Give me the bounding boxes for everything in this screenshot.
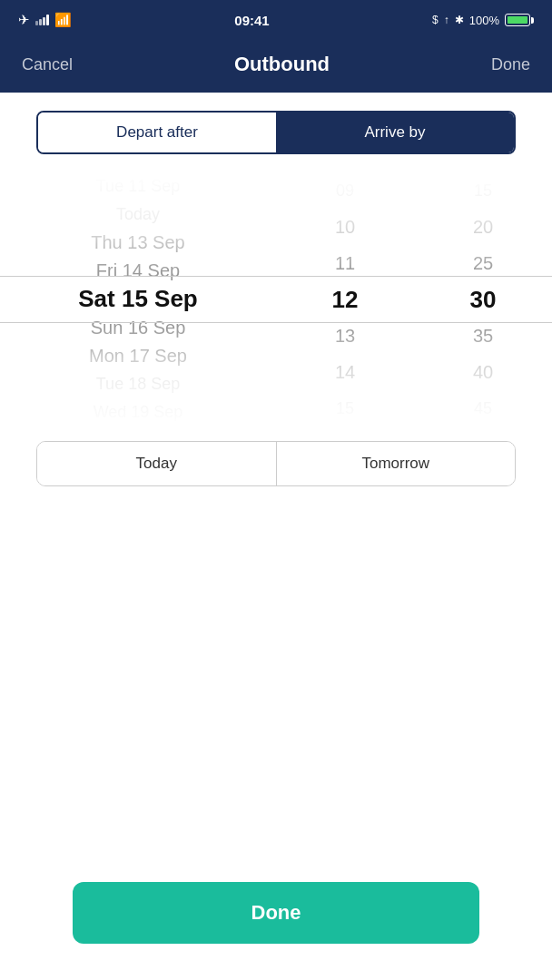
airplane-icon: ✈ [18, 12, 30, 28]
picker-minute-row: 35 [414, 318, 552, 354]
picker-hour-row: 11 [276, 245, 414, 281]
tomorrow-button[interactable]: Tomorrow [277, 442, 516, 485]
picker-date-row: Tue 18 Sep [0, 370, 276, 398]
arrive-by-tab[interactable]: Arrive by [276, 113, 514, 152]
picker-hour-selected: 12 [276, 281, 414, 318]
picker-minute-row: 15 [414, 172, 552, 209]
hour-column[interactable]: 09 10 11 12 13 14 15 [276, 172, 414, 426]
signal-icon [35, 15, 49, 25]
picker-date-row: Wed 19 Sep [0, 398, 276, 426]
picker-columns: Tue 11 Sep Today Thu 13 Sep Fri 14 Sep S… [0, 172, 552, 426]
battery-icon [505, 14, 534, 26]
minute-column[interactable]: 15 20 25 30 35 40 45 [414, 172, 552, 426]
picker-date-row: Today [0, 201, 276, 229]
picker-hour-row: 14 [276, 354, 414, 390]
page-title: Outbound [234, 53, 330, 76]
picker-hour-row: 10 [276, 209, 414, 245]
nav-header: Cancel Outbound Done [0, 40, 552, 93]
status-right-icons: $ ↑ ✱ 100% [432, 14, 534, 27]
location-icon: $ [432, 14, 439, 26]
bluetooth-icon: ✱ [455, 14, 464, 26]
battery-percent: 100% [469, 14, 499, 27]
picker-minute-row: 25 [414, 245, 552, 281]
picker-hour-row: 09 [276, 172, 414, 209]
toggle-group: Depart after Arrive by [36, 111, 516, 154]
status-left-icons: ✈ 📶 [18, 12, 72, 28]
status-time: 09:41 [234, 13, 269, 28]
picker-date-selected: Sat 15 Sep [0, 285, 276, 313]
picker-hour-row: 13 [276, 318, 414, 354]
cancel-button[interactable]: Cancel [22, 55, 73, 74]
header-done-button[interactable]: Done [491, 55, 530, 74]
quick-date-buttons: Today Tomorrow [36, 441, 516, 486]
depart-after-tab[interactable]: Depart after [38, 113, 276, 152]
picker-date-row: Mon 17 Sep [0, 342, 276, 370]
main-content: Cancel Outbound Done Depart after Arrive… [0, 40, 552, 980]
picker-minute-row: 20 [414, 209, 552, 245]
picker-minute-row: 45 [414, 390, 552, 426]
picker-date-row: Tue 11 Sep [0, 172, 276, 201]
wifi-icon: 📶 [54, 12, 72, 28]
picker-minute-selected: 30 [414, 281, 552, 318]
picker-hour-row: 15 [276, 390, 414, 426]
picker-minute-row: 40 [414, 354, 552, 390]
arrow-icon: ↑ [444, 14, 449, 26]
time-picker[interactable]: Tue 11 Sep Today Thu 13 Sep Fri 14 Sep S… [0, 172, 552, 426]
depart-arrive-toggle: Depart after Arrive by [0, 93, 552, 163]
date-column[interactable]: Tue 11 Sep Today Thu 13 Sep Fri 14 Sep S… [0, 172, 276, 426]
done-button-container: Done [73, 882, 479, 944]
done-button[interactable]: Done [73, 882, 479, 944]
picker-date-row: Sun 16 Sep [0, 314, 276, 342]
picker-date-row: Fri 14 Sep [0, 257, 276, 285]
picker-date-row: Thu 13 Sep [0, 229, 276, 257]
today-button[interactable]: Today [37, 442, 277, 485]
status-bar: ✈ 📶 09:41 $ ↑ ✱ 100% [0, 0, 552, 40]
